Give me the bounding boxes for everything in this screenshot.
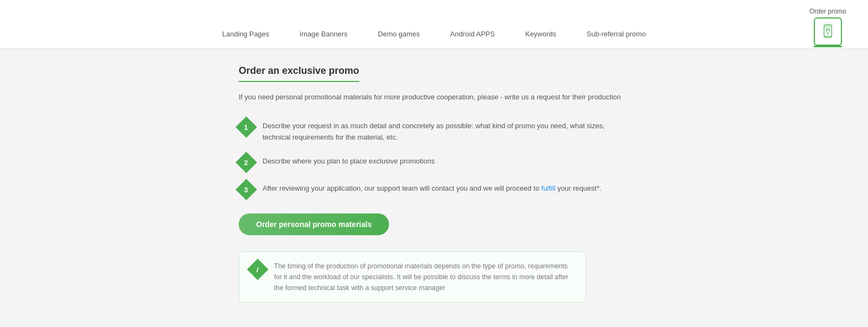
step-3-badge: 3 xyxy=(235,179,257,201)
step-1-text: Describe your request in as much detail … xyxy=(263,118,629,143)
nav-item-sub-referral-promo[interactable]: Sub-referral promo xyxy=(571,21,661,48)
nav-item-demo-games[interactable]: Demo games xyxy=(363,21,435,48)
nav-item-keywords[interactable]: Keywords xyxy=(510,21,571,48)
step-2: 2 Describe where you plan to place exclu… xyxy=(239,154,629,170)
nav-item-landing-pages[interactable]: Landing Pages xyxy=(207,21,285,48)
nav-item-android-apps[interactable]: Android APPS xyxy=(435,21,510,48)
step-3: 3 After reviewing your application, our … xyxy=(239,181,629,197)
nav-item-image-banners[interactable]: Image Banners xyxy=(284,21,362,48)
step-3-text-after: your request*. xyxy=(556,184,602,192)
order-personal-promo-button[interactable]: Order personal promo materials xyxy=(239,213,389,235)
fulfill-link[interactable]: fulfill xyxy=(541,184,556,192)
nav-item-order-promo[interactable]: Order promo xyxy=(809,0,846,47)
step-1: 1 Describe your request in as much detai… xyxy=(239,118,629,143)
steps-list: 1 Describe your request in as much detai… xyxy=(239,118,629,198)
info-note-text: The timing of the production of promotio… xyxy=(274,261,575,293)
info-badge: i xyxy=(247,259,269,281)
main-content: Order an exclusive promo If you need per… xyxy=(228,49,640,324)
step-3-text-before: After reviewing your application, our su… xyxy=(263,184,541,192)
step-2-text: Describe where you plan to place exclusi… xyxy=(263,154,435,167)
step-3-text: After reviewing your application, our su… xyxy=(263,181,601,194)
top-nav: Landing Pages Image Banners Demo games A… xyxy=(0,0,868,49)
intro-text: If you need personal promotional materia… xyxy=(239,92,629,103)
page-title: Order an exclusive promo xyxy=(239,65,359,82)
order-promo-icon xyxy=(814,17,842,46)
order-promo-label: Order promo xyxy=(809,8,846,15)
step-2-badge: 2 xyxy=(235,152,257,174)
step-1-badge: 1 xyxy=(235,116,257,138)
info-box: i The timing of the production of promot… xyxy=(239,251,586,303)
